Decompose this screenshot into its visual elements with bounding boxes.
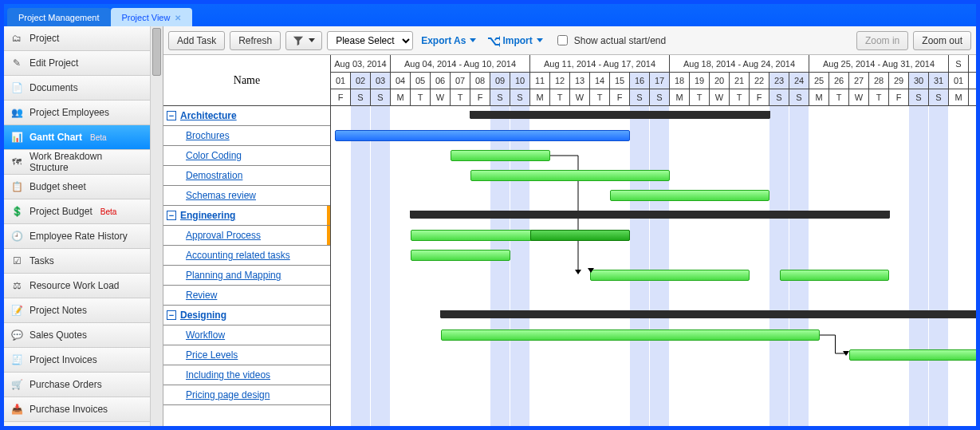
task-row[interactable]: Review (163, 286, 330, 306)
sidebar-item-label: Sales Quotes (30, 329, 87, 341)
task-bar[interactable] (849, 349, 976, 361)
task-bar[interactable] (590, 270, 750, 281)
task-group-row[interactable]: −Designing (163, 306, 330, 325)
day-number-cell: 07 (451, 73, 470, 89)
task-row[interactable]: Pricing page design (163, 385, 330, 405)
sidebar-item-project-budget[interactable]: 💲Project BudgetBeta (4, 199, 150, 224)
day-letter-cell: F (610, 89, 630, 105)
day-letter-cell: W (710, 89, 730, 105)
sidebar-item-label: Edit Project (30, 57, 78, 69)
day-letter-cell: S (510, 89, 530, 105)
sidebar-item-resource-work-load[interactable]: ⚖Resource Work Load (4, 274, 150, 298)
summary-bar[interactable] (411, 211, 889, 219)
task-link[interactable]: Including the videos (186, 369, 270, 381)
day-letter-cell: S (351, 89, 371, 105)
export-as-label: Export As (421, 35, 466, 46)
sidebar-item-project-invoices[interactable]: 🧾Project Invoices (4, 348, 150, 373)
sidebar-item-purchase-orders[interactable]: 🛒Purchase Orders (4, 373, 150, 397)
sidebar-item-edit-project[interactable]: ✎Edit Project (4, 51, 150, 76)
document-icon: 📄 (10, 81, 23, 94)
task-link[interactable]: Pricing page design (186, 389, 270, 400)
task-bar[interactable] (451, 150, 550, 161)
sidebar-item-project-employees[interactable]: 👥Project Employees (4, 101, 150, 125)
task-group-link[interactable]: Designing (180, 310, 226, 321)
day-number-cell: 27 (849, 73, 869, 89)
add-task-button[interactable]: Add Task (168, 31, 225, 50)
day-number-cell: 04 (391, 73, 411, 89)
day-letter-cell: S (769, 89, 789, 105)
day-letter-cell: W (431, 89, 451, 105)
task-row[interactable]: Schemas review (163, 186, 330, 206)
task-row[interactable]: Accounting related tasks (163, 246, 330, 266)
task-link[interactable]: Workflow (186, 329, 225, 341)
day-letter-cell: M (391, 89, 411, 105)
collapse-toggle-icon[interactable]: − (167, 211, 176, 220)
import-menu[interactable]: Import (484, 34, 545, 47)
show-actual-label: Show actual start/end (574, 35, 666, 46)
day-number-cell: 13 (570, 73, 590, 89)
task-link[interactable]: Schemas review (186, 190, 256, 201)
task-link[interactable]: Brochures (186, 130, 230, 141)
task-bar[interactable] (530, 230, 630, 241)
sidebar-item-work-breakdown-structure[interactable]: 🗺Work Breakdown Structure (4, 150, 150, 175)
task-link[interactable]: Accounting related tasks (186, 250, 290, 261)
task-link[interactable]: Color Coding (186, 150, 242, 161)
close-icon[interactable]: ✕ (175, 14, 181, 22)
day-letter-cell: T (690, 89, 710, 105)
sidebar-scroll-thumb[interactable] (152, 28, 161, 76)
collapse-toggle-icon[interactable]: − (167, 111, 176, 120)
task-group-row[interactable]: −Engineering (163, 206, 330, 226)
task-bar[interactable] (411, 250, 510, 261)
sidebar-item-purchase-invoices[interactable]: 📥Purchase Invoices (4, 397, 150, 422)
task-row[interactable]: Price Levels (163, 345, 330, 365)
task-bar[interactable] (610, 190, 769, 201)
task-group-link[interactable]: Architecture (180, 110, 237, 121)
task-row[interactable]: Including the videos (163, 365, 330, 385)
sidebar-item-gantt-chart[interactable]: 📊Gantt ChartBeta (4, 125, 150, 150)
sidebar-item-employee-rate-history[interactable]: 🕘Employee Rate History (4, 224, 150, 249)
task-row[interactable]: Workflow (163, 325, 330, 345)
sidebar-item-sales-quotes[interactable]: 💬Sales Quotes (4, 323, 150, 348)
day-number-cell: 28 (869, 73, 889, 89)
task-bar[interactable] (441, 329, 820, 341)
task-bar[interactable] (335, 130, 630, 141)
zoom-out-button[interactable]: Zoom out (913, 31, 971, 50)
refresh-button[interactable]: Refresh (230, 31, 281, 50)
filter-button[interactable] (285, 31, 322, 50)
task-link[interactable]: Planning and Mapping (186, 270, 281, 281)
sidebar-item-documents[interactable]: 📄Documents (4, 76, 150, 101)
sidebar-item-project[interactable]: 🗂Project (4, 26, 150, 51)
sidebar-item-budget-sheet[interactable]: 📋Budget sheet (4, 175, 150, 199)
task-bar[interactable] (470, 170, 670, 181)
export-as-menu[interactable]: Export As (418, 35, 479, 46)
task-row[interactable]: Planning and Mapping (163, 266, 330, 286)
day-number-cell: 11 (530, 73, 550, 89)
collapse-toggle-icon[interactable]: − (167, 310, 176, 320)
tab-project-management[interactable]: Project Management (7, 8, 111, 26)
day-letter-cell: W (849, 89, 869, 105)
gantt-timeline[interactable]: Aug 03, 2014Aug 04, 2014 - Aug 10, 2014A… (331, 55, 976, 426)
task-select[interactable]: Please Select (327, 31, 413, 50)
task-group-link[interactable]: Engineering (180, 210, 235, 221)
sidebar-item-project-notes[interactable]: 📝Project Notes (4, 298, 150, 323)
show-actual-toggle[interactable]: Show actual start/end (554, 33, 666, 48)
task-group-row[interactable]: −Architecture (163, 106, 330, 126)
task-link[interactable]: Price Levels (186, 349, 238, 361)
tab-project-view[interactable]: Project View✕ (111, 8, 193, 26)
task-row[interactable]: Color Coding (163, 146, 330, 166)
task-link[interactable]: Demostration (186, 170, 242, 181)
sidebar-scrollbar[interactable] (150, 26, 163, 426)
task-bar[interactable] (780, 270, 890, 281)
summary-bar[interactable] (470, 111, 769, 119)
zoom-in-button[interactable]: Zoom in (856, 31, 908, 50)
sidebar-item-label: Tasks (30, 255, 54, 266)
task-row[interactable]: Demostration (163, 166, 330, 186)
summary-bar[interactable] (441, 310, 977, 318)
gantt-task-list: Name −ArchitectureBrochuresColor CodingD… (163, 55, 331, 426)
show-actual-checkbox[interactable] (557, 35, 568, 45)
task-row[interactable]: Approval Process (163, 226, 330, 246)
task-link[interactable]: Approval Process (186, 230, 261, 241)
task-link[interactable]: Review (186, 290, 217, 301)
sidebar-item-tasks[interactable]: ☑Tasks (4, 249, 150, 274)
task-row[interactable]: Brochures (163, 126, 330, 146)
